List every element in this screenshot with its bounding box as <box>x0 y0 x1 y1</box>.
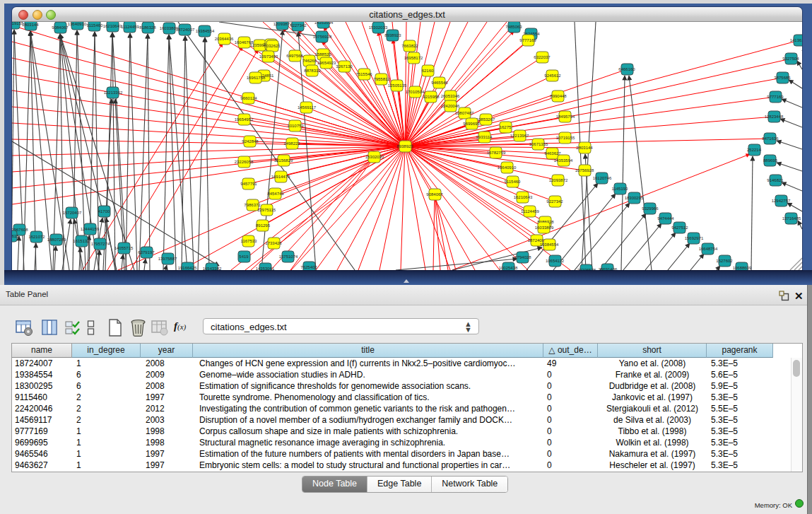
svg-text:9465546: 9465546 <box>431 81 448 85</box>
svg-text:1527602: 1527602 <box>716 259 733 263</box>
svg-text:1615132: 1615132 <box>73 239 90 243</box>
svg-text:15720407: 15720407 <box>63 211 82 215</box>
svg-text:9457791: 9457791 <box>240 182 257 186</box>
svg-text:9084067: 9084067 <box>426 192 443 197</box>
svg-text:12156829: 12156829 <box>274 158 293 163</box>
svg-text:9242848: 9242848 <box>242 139 259 144</box>
svg-text:1362615: 1362615 <box>12 234 19 238</box>
svg-text:12213362: 12213362 <box>104 90 123 95</box>
svg-text:8454749: 8454749 <box>267 192 284 196</box>
svg-text:19654952: 19654952 <box>235 117 254 122</box>
svg-text:5419: 5419 <box>239 255 249 259</box>
svg-text:11124459: 11124459 <box>521 209 539 214</box>
svg-text:7515546: 7515546 <box>355 72 372 76</box>
svg-text:18495794: 18495794 <box>556 115 575 119</box>
svg-text:8471636: 8471636 <box>762 136 779 141</box>
svg-text:10756928: 10756928 <box>575 168 594 173</box>
svg-text:1588520: 1588520 <box>314 52 331 57</box>
svg-text:12505135: 12505135 <box>388 83 407 88</box>
svg-text:3267130: 3267130 <box>336 64 353 69</box>
svg-text:3875685: 3875685 <box>774 76 791 80</box>
svg-text:9227342: 9227342 <box>546 199 563 204</box>
svg-text:12823448: 12823448 <box>765 115 784 119</box>
svg-text:9660124: 9660124 <box>240 96 257 100</box>
svg-text:18724007: 18724007 <box>176 28 195 32</box>
svg-text:252214: 252214 <box>747 148 762 152</box>
svg-text:62160: 62160 <box>422 69 434 73</box>
svg-text:16958172: 16958172 <box>404 56 423 60</box>
svg-text:891295: 891295 <box>256 223 271 228</box>
svg-text:9084067: 9084067 <box>52 25 69 30</box>
svg-text:8938923: 8938923 <box>384 33 401 37</box>
svg-text:18807289: 18807289 <box>47 238 66 242</box>
svg-text:13716485: 13716485 <box>782 216 801 221</box>
svg-text:8186328: 8186328 <box>139 25 156 30</box>
svg-text:12975115: 12975115 <box>257 208 276 212</box>
svg-text:7032621: 7032621 <box>264 44 281 48</box>
svg-text:8938923: 8938923 <box>396 144 413 148</box>
svg-text:746266: 746266 <box>302 59 317 63</box>
svg-text:16648754: 16648754 <box>699 247 718 251</box>
svg-text:17957274: 17957274 <box>91 242 110 246</box>
svg-text:12444159: 12444159 <box>81 227 100 231</box>
svg-text:16120746: 16120746 <box>593 176 612 180</box>
svg-text:2803144: 2803144 <box>576 146 593 150</box>
svg-text:16961758: 16961758 <box>247 76 266 80</box>
svg-text:14136141: 14136141 <box>790 38 802 42</box>
svg-text:20206576: 20206576 <box>577 268 596 270</box>
svg-text:15302033: 15302033 <box>369 25 388 30</box>
svg-text:9327504: 9327504 <box>782 57 799 61</box>
svg-text:14353061: 14353061 <box>256 267 275 270</box>
svg-text:2803144: 2803144 <box>22 23 39 27</box>
svg-text:14353594: 14353594 <box>314 22 334 25</box>
svg-text:12213967: 12213967 <box>510 134 529 138</box>
svg-text:9777169: 9777169 <box>519 38 536 42</box>
svg-text:9474444: 9474444 <box>657 216 674 221</box>
svg-text:7663822: 7663822 <box>401 44 418 48</box>
svg-text:16543382: 16543382 <box>203 267 222 270</box>
svg-text:41700: 41700 <box>98 209 110 214</box>
svg-text:9427512: 9427512 <box>671 226 688 230</box>
svg-text:1498222: 1498222 <box>283 141 300 146</box>
svg-text:11124459: 11124459 <box>121 25 139 29</box>
svg-text:9329966: 9329966 <box>642 206 659 211</box>
svg-text:8878313: 8878313 <box>304 69 321 73</box>
svg-text:14353594: 14353594 <box>554 158 573 163</box>
svg-text:14569117: 14569117 <box>298 105 317 110</box>
svg-text:10025438: 10025438 <box>499 266 518 270</box>
svg-text:15692971: 15692971 <box>685 236 704 240</box>
svg-text:14055715: 14055715 <box>114 246 134 250</box>
svg-text:10973493: 10973493 <box>259 54 278 59</box>
svg-text:7485063: 7485063 <box>505 25 522 29</box>
svg-text:13640910: 13640910 <box>68 22 87 26</box>
svg-text:2933114: 2933114 <box>476 135 493 139</box>
svg-text:1621072: 1621072 <box>28 235 45 239</box>
svg-text:8990448: 8990448 <box>550 94 567 98</box>
svg-text:10688609: 10688609 <box>733 266 752 270</box>
svg-text:6379197: 6379197 <box>138 250 155 255</box>
svg-text:9146821: 9146821 <box>767 178 784 182</box>
svg-text:7625402: 7625402 <box>300 265 317 269</box>
svg-text:17010504: 17010504 <box>406 90 425 94</box>
svg-text:19166425: 19166425 <box>178 266 197 270</box>
svg-text:1733426: 1733426 <box>265 241 282 245</box>
svg-text:12942757: 12942757 <box>772 199 791 203</box>
svg-text:19654923: 19654923 <box>317 61 336 65</box>
svg-text:9115460: 9115460 <box>505 180 522 184</box>
svg-text:22420046: 22420046 <box>441 104 460 108</box>
svg-text:10756928: 10756928 <box>313 35 332 39</box>
svg-text:16210643: 16210643 <box>103 24 122 28</box>
svg-text:18300295: 18300295 <box>625 196 644 200</box>
svg-text:16275: 16275 <box>500 125 512 129</box>
svg-text:23226058: 23226058 <box>235 160 254 164</box>
svg-text:9699695: 9699695 <box>463 122 480 126</box>
svg-text:15302033: 15302033 <box>365 155 384 159</box>
svg-text:1145193: 1145193 <box>612 187 629 191</box>
svg-text:19384554: 19384554 <box>196 29 215 33</box>
svg-text:13640910: 13640910 <box>498 165 517 170</box>
svg-text:16782759: 16782759 <box>487 151 506 155</box>
svg-text:20691406: 20691406 <box>599 267 618 270</box>
svg-text:10719155: 10719155 <box>556 136 575 140</box>
svg-text:19384554: 19384554 <box>540 243 559 247</box>
svg-text:9245612: 9245612 <box>544 74 561 78</box>
